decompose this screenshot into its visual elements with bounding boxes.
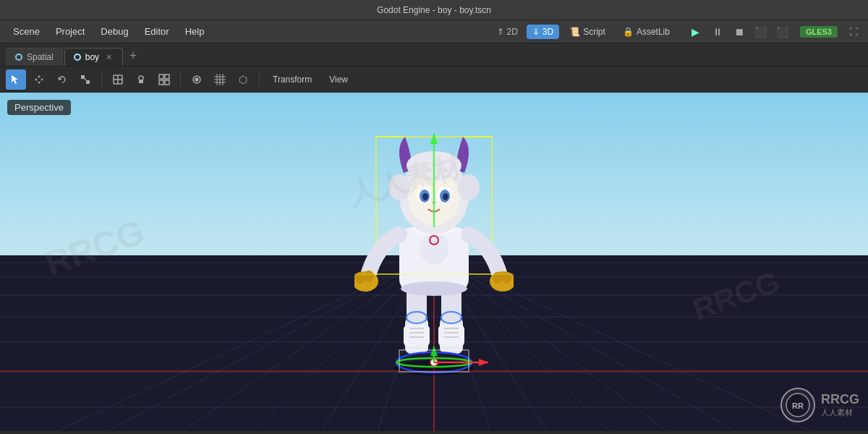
svg-point-68 bbox=[493, 272, 503, 284]
tab-close-boy[interactable]: ✕ bbox=[103, 52, 114, 62]
remote-debug-button[interactable]: ⬛ bbox=[774, 23, 791, 41]
scale-tool-button[interactable] bbox=[75, 69, 95, 90]
transform-tool-button[interactable]: ⬡ bbox=[233, 69, 253, 90]
perspective-label[interactable]: Perspective bbox=[7, 100, 71, 115]
svg-point-80 bbox=[388, 174, 410, 200]
anchor-tool-button[interactable] bbox=[108, 69, 128, 90]
viewport[interactable]: Perspective bbox=[0, 93, 868, 431]
rrcg-text: RRCG 人人素材 bbox=[821, 392, 859, 418]
svg-marker-89 bbox=[479, 359, 488, 366]
svg-rect-10 bbox=[165, 80, 169, 85]
script-button[interactable]: 📜 Script bbox=[562, 25, 613, 39]
grid-tool-button[interactable] bbox=[210, 69, 230, 90]
svg-marker-91 bbox=[430, 346, 438, 356]
assetlib-icon: 🔒 bbox=[623, 27, 634, 37]
menu-help[interactable]: Help bbox=[178, 23, 212, 40]
stop-button[interactable]: ⏹ bbox=[731, 23, 748, 41]
svg-point-78 bbox=[422, 193, 428, 200]
toolbar-divider-3 bbox=[259, 72, 260, 87]
tab-spatial-label: Spatial bbox=[27, 52, 54, 62]
play-button[interactable]: ▶ bbox=[687, 23, 705, 41]
svg-text:RR: RR bbox=[792, 401, 804, 410]
svg-rect-7 bbox=[159, 75, 163, 79]
transform-menu-button[interactable]: Transform bbox=[265, 72, 319, 87]
add-tab-button[interactable]: + bbox=[124, 47, 142, 64]
fullscreen-button[interactable]: ⛶ bbox=[845, 23, 862, 41]
menu-editor[interactable]: Editor bbox=[137, 23, 176, 40]
tab-bar: Spatial boy ✕ + bbox=[0, 43, 868, 67]
menu-project[interactable]: Project bbox=[48, 23, 92, 40]
svg-point-12 bbox=[195, 78, 198, 81]
mode-3d-button[interactable]: ⇓ 3D bbox=[527, 25, 559, 39]
title-bar: Godot Engine - boy - boy.tscn bbox=[0, 0, 868, 20]
pause-button[interactable]: ⏸ bbox=[709, 23, 726, 41]
mode-toolbar: ⇑ 2D ⇓ 3D 📜 Script 🔒 AssetLib bbox=[491, 25, 677, 39]
play-controls: ▶ ⏸ ⏹ ⬛ ⬛ bbox=[687, 23, 791, 41]
svg-point-81 bbox=[458, 174, 480, 200]
view-menu-button[interactable]: View bbox=[322, 72, 355, 87]
lock-tool-button[interactable] bbox=[131, 69, 151, 90]
window-title: Godot Engine - boy - boy.tscn bbox=[377, 5, 491, 15]
svg-point-66 bbox=[364, 271, 374, 282]
svg-rect-9 bbox=[159, 80, 163, 85]
svg-point-62 bbox=[420, 233, 448, 265]
rrcg-circle-icon: RR bbox=[780, 388, 815, 422]
svg-rect-8 bbox=[165, 75, 169, 79]
rrcg-logo: RR RRCG 人人素材 bbox=[780, 388, 859, 422]
svg-rect-0 bbox=[81, 75, 85, 79]
renderer-badge[interactable]: GLES3 bbox=[800, 26, 838, 38]
boy-icon bbox=[74, 54, 81, 61]
spatial-icon bbox=[15, 54, 22, 61]
menu-bar: Scene Project Debug Editor Help ⇑ 2D ⇓ 3… bbox=[0, 20, 868, 43]
3d-icon: ⇓ bbox=[532, 27, 540, 37]
assetlib-button[interactable]: 🔒 AssetLib bbox=[616, 25, 677, 39]
rotate-tool-button[interactable] bbox=[52, 69, 72, 90]
svg-rect-6 bbox=[139, 80, 143, 83]
move-tool-button[interactable] bbox=[29, 69, 49, 90]
mode-2d-button[interactable]: ⇑ 2D bbox=[491, 25, 524, 39]
toolbar-divider-1 bbox=[101, 72, 102, 87]
tab-boy-label: boy bbox=[85, 52, 99, 62]
toolbar-divider-2 bbox=[180, 72, 181, 87]
svg-point-79 bbox=[443, 193, 448, 200]
2d-icon: ⇑ bbox=[497, 27, 504, 37]
script-icon: 📜 bbox=[569, 27, 580, 37]
group-tool-button[interactable] bbox=[154, 69, 174, 90]
remote-play-button[interactable]: ⬛ bbox=[752, 23, 770, 41]
tab-spatial[interactable]: Spatial bbox=[6, 48, 63, 66]
svg-point-65 bbox=[355, 272, 365, 284]
menu-scene[interactable]: Scene bbox=[6, 23, 47, 40]
svg-point-59 bbox=[401, 281, 467, 296]
character-figure bbox=[354, 133, 514, 379]
snap-tool-button[interactable] bbox=[187, 69, 207, 90]
svg-line-2 bbox=[85, 79, 86, 80]
select-tool-button[interactable] bbox=[6, 69, 26, 90]
toolbar-2: ⬡ Transform View bbox=[0, 67, 868, 93]
svg-marker-84 bbox=[430, 133, 438, 144]
svg-rect-1 bbox=[86, 80, 90, 84]
menu-debug[interactable]: Debug bbox=[93, 23, 135, 40]
svg-point-69 bbox=[501, 272, 511, 284]
tab-boy[interactable]: boy ✕ bbox=[64, 48, 123, 66]
